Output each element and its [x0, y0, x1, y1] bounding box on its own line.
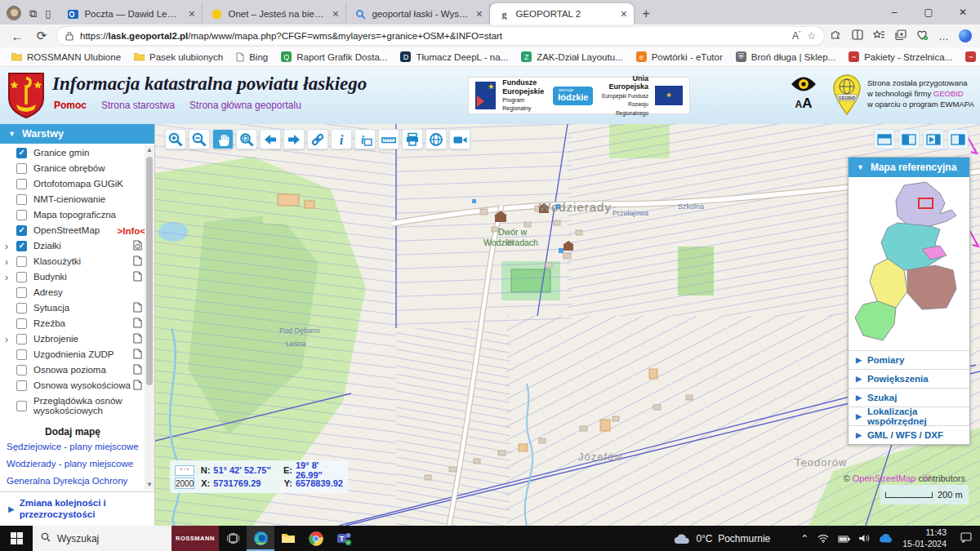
bookmark-item[interactable]: ~Strzelnica RP - Strze... [960, 50, 980, 64]
bookmark-item[interactable]: ~Pakiety - Strzelnica... [844, 50, 957, 64]
layer-legend-icon[interactable] [133, 302, 142, 314]
sidebar-scrollbar[interactable]: ▲ ▼ [145, 145, 154, 490]
bookmark-item[interactable]: Pasek ulubionych [129, 51, 228, 64]
favorites-bar-icon[interactable] [873, 29, 885, 42]
edge-icon[interactable] [247, 526, 274, 551]
layer-legend-icon[interactable] [133, 364, 142, 376]
identify-area-button[interactable]: i [354, 129, 376, 149]
reference-panel-header[interactable]: ▼ Mapa referencyjna [849, 158, 969, 177]
chevron-up-icon[interactable]: ⌃ [800, 533, 808, 544]
layer-checkbox[interactable] [16, 194, 27, 205]
profile-avatar[interactable] [7, 6, 21, 20]
bookmark-item[interactable]: ROSSMANN Ulubione [7, 51, 126, 64]
layer-legend-icon[interactable] [133, 380, 142, 392]
layer-checkbox[interactable] [16, 241, 27, 251]
expand-chevron-icon[interactable]: › [5, 272, 16, 283]
reference-menu-item[interactable]: ▶Szukaj [849, 388, 969, 407]
panel-arrow-button[interactable] [923, 129, 944, 149]
reference-menu-item[interactable]: ▶Pomiary [849, 350, 969, 369]
osm-link[interactable]: OpenStreetMap [853, 473, 916, 483]
maximize-button[interactable]: ▢ [911, 0, 946, 24]
layer-checkbox[interactable] [16, 256, 27, 267]
layer-checkbox[interactable] [16, 303, 27, 313]
more-icon[interactable]: … [938, 30, 949, 42]
bookmark-item[interactable]: ⛨Broń długa | Sklep... [731, 50, 840, 64]
browser-tab[interactable]: gGEOPORTAL 2✕ [490, 3, 634, 24]
print-button[interactable] [402, 129, 423, 149]
accessibility-widget[interactable]: AA [786, 75, 821, 110]
layer-checkbox[interactable] [16, 210, 27, 220]
expand-chevron-icon[interactable]: › [5, 241, 16, 252]
add-map-link[interactable]: Wodzierady - plany miejscowe [0, 455, 145, 472]
taskbar-search[interactable]: Wyszukaj [33, 526, 172, 551]
add-map-link[interactable]: Sędziejowice - plany miejscowe [0, 438, 145, 455]
reference-menu-item[interactable]: ▶Lokalizacja współrzędnej [849, 407, 969, 425]
layer-checkbox[interactable] [16, 272, 27, 282]
minimize-button[interactable]: – [877, 0, 911, 24]
onedrive-icon[interactable] [879, 531, 893, 546]
layer-checkbox[interactable] [16, 163, 27, 174]
layer-checkbox[interactable] [16, 318, 27, 329]
tab-close-icon[interactable]: ✕ [620, 9, 627, 20]
zoom-out-button[interactable] [189, 129, 210, 149]
battery-icon[interactable] [838, 531, 850, 546]
start-button[interactable] [0, 526, 33, 551]
layer-legend-icon[interactable]: i [133, 240, 142, 252]
layer-legend-icon[interactable] [133, 256, 142, 268]
panel-right-button[interactable] [947, 129, 969, 149]
scroll-up-icon[interactable]: ▲ [145, 145, 154, 155]
globe-button[interactable] [425, 129, 447, 149]
scroll-down-icon[interactable]: ▼ [145, 480, 154, 490]
copilot-icon[interactable] [959, 29, 972, 42]
measure-button[interactable] [378, 129, 399, 149]
chrome-icon[interactable] [302, 526, 330, 551]
help-link[interactable]: Pomoc [54, 100, 87, 111]
pan-button[interactable] [212, 129, 234, 149]
read-aloud-icon[interactable]: A” [792, 30, 800, 42]
close-button[interactable]: ✕ [946, 0, 980, 24]
layer-checkbox[interactable] [16, 380, 27, 391]
reference-menu-item[interactable]: ▶GML / WFS / DXF [849, 425, 969, 444]
bookmark-item[interactable]: DTłumacz DeepL - na... [395, 50, 513, 64]
extensions-icon[interactable] [831, 29, 842, 43]
tab-close-icon[interactable]: ✕ [332, 9, 339, 20]
address-bar[interactable]: https://lask.geoportal2.pl/map/www/mapa.… [57, 27, 824, 45]
reference-minimap[interactable] [849, 177, 969, 350]
layer-checkbox[interactable] [16, 401, 27, 411]
explorer-icon[interactable] [274, 526, 302, 551]
starostwo-link[interactable]: Strona starostwa [101, 100, 175, 111]
wifi-icon[interactable] [817, 531, 829, 546]
zoom-in-button[interactable] [165, 129, 186, 149]
essentials-icon[interactable] [916, 29, 929, 43]
new-tab-button[interactable]: + [634, 7, 659, 24]
bookmark-item[interactable]: Bing [231, 51, 273, 64]
layer-checkbox[interactable] [16, 349, 27, 360]
geoportal-home-link[interactable]: Strona główna geoportalu [189, 100, 301, 111]
rossmann-app[interactable]: ROSSMANN [172, 526, 219, 551]
expand-chevron-icon[interactable]: › [5, 256, 16, 268]
browser-tab[interactable]: Onet – Jesteś na bieżąco✕ [203, 3, 346, 24]
layer-legend-icon[interactable] [133, 349, 142, 361]
task-view-icon[interactable] [219, 526, 247, 551]
taskbar-clock[interactable]: 11:43 15-01-2024 [902, 527, 947, 549]
layer-legend-icon[interactable] [133, 318, 142, 330]
layer-info-link[interactable]: >Info< [117, 226, 145, 236]
teams-icon[interactable]: T [330, 526, 358, 551]
workspaces-icon[interactable]: ⧉ [29, 8, 37, 19]
refresh-button[interactable]: ⟳ [33, 29, 51, 43]
map-canvas[interactable]: WodzieradyDwór wWodzieradachJózefówTeodo… [155, 124, 980, 526]
notifications-icon[interactable] [960, 531, 972, 546]
layer-checkbox[interactable] [16, 334, 27, 344]
scale-input[interactable]: 2000 [175, 478, 194, 489]
bookmark-item[interactable]: ZZAK-Dział Layoutu... [516, 50, 627, 64]
scrollbar-thumb[interactable] [146, 157, 153, 385]
panel-top-button[interactable] [874, 129, 895, 149]
bookmark-item[interactable]: QRaport Grafik Dosta... [276, 50, 392, 64]
expand-chevron-icon[interactable]: › [5, 334, 16, 345]
dms-toggle-button[interactable]: ° ' " [175, 465, 194, 476]
identify-button[interactable]: i [331, 129, 352, 149]
layer-legend-icon[interactable] [133, 271, 142, 283]
add-map-link[interactable]: Generalna Dyrekcja Ochrony [0, 472, 145, 489]
layer-checkbox[interactable] [16, 225, 27, 236]
bookmark-item[interactable]: ePowtórki - eTutor [631, 50, 728, 64]
